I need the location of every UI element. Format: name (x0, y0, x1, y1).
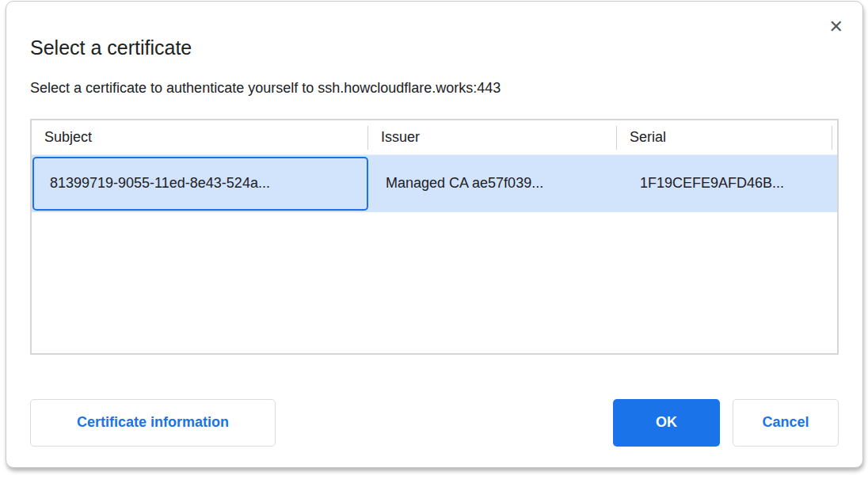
certificate-subject-cell[interactable]: 81399719-9055-11ed-8e43-524a... (32, 157, 368, 211)
certificate-information-button[interactable]: Certificate information (30, 399, 276, 447)
column-header-issuer: Issuer (368, 120, 617, 154)
certificate-table: Subject Issuer Serial 81399719-9055-11ed… (30, 119, 839, 355)
certificate-table-header: Subject Issuer Serial (32, 120, 837, 155)
select-certificate-dialog: ✕ Select a certificate Select a certific… (6, 1, 863, 468)
certificate-serial-cell[interactable]: 1F19CEFE9AFD46B... (618, 155, 833, 212)
close-icon[interactable]: ✕ (829, 18, 843, 36)
column-header-serial: Serial (617, 120, 832, 154)
ok-button[interactable]: OK (613, 399, 720, 447)
certificate-issuer-cell[interactable]: Managed CA ae57f039... (368, 155, 618, 212)
cancel-button[interactable]: Cancel (733, 399, 839, 447)
dialog-footer: Certificate information OK Cancel (30, 399, 839, 447)
dialog-subtitle: Select a certificate to authenticate you… (30, 79, 839, 97)
dialog-title: Select a certificate (30, 36, 839, 59)
certificate-row-selected[interactable]: 81399719-9055-11ed-8e43-524a... Managed … (32, 155, 837, 212)
column-header-subject: Subject (32, 120, 368, 154)
